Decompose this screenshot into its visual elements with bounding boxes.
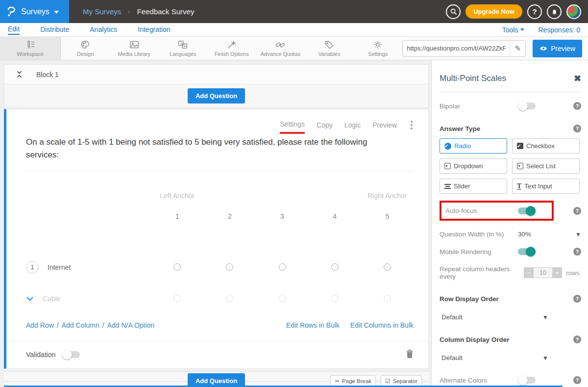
add-question-button-top[interactable]: Add Question (188, 88, 245, 103)
close-panel-button[interactable]: ✖ (574, 73, 581, 84)
search-button[interactable] (446, 4, 461, 19)
tools-menu[interactable]: Tools (502, 26, 525, 34)
responses-count[interactable]: Responses: 0 (538, 26, 580, 34)
question-text[interactable]: On a scale of 1-5 with 1 being not satis… (6, 134, 428, 171)
autofocus-help-icon[interactable]: ? (573, 207, 581, 215)
breadcrumb-my-surveys[interactable]: My Surveys (83, 7, 121, 16)
answer-type-dropdown[interactable]: ▼ Dropdown (440, 158, 507, 174)
survey-url-input[interactable] (403, 41, 510, 56)
scale-column-1[interactable]: 1 (175, 212, 179, 220)
question-more-menu[interactable] (409, 121, 415, 133)
radio-button[interactable] (331, 263, 339, 271)
add-na-option-link[interactable]: Add N/A Option (107, 321, 155, 329)
column-display-order-select[interactable]: Default ▼ (441, 354, 548, 361)
add-question-button-bottom[interactable]: Add Question (188, 373, 245, 387)
bipolar-toggle[interactable] (518, 103, 536, 109)
edit-url-button[interactable]: ✎ (510, 41, 525, 56)
collapse-block-button[interactable] (16, 71, 23, 78)
radio-button[interactable] (279, 295, 286, 302)
chevron-down-icon (520, 28, 524, 31)
radio-button[interactable] (226, 295, 233, 302)
delete-question-button[interactable] (406, 349, 414, 361)
answer-type-checkbox[interactable]: ✔ Checkbox (512, 138, 580, 154)
chevron-down-icon: ▼ (542, 355, 548, 361)
bipolar-help-icon[interactable]: ? (573, 102, 581, 110)
column-display-help-icon[interactable]: ? (573, 335, 581, 343)
question-tab-settings[interactable]: Settings (280, 120, 305, 134)
tab-edit[interactable]: Edit (8, 25, 20, 35)
scale-column-5[interactable]: 5 (386, 212, 390, 220)
alternate-colors-toggle[interactable] (518, 377, 536, 384)
block-title[interactable]: Block 1 (36, 71, 59, 78)
toolbar-item-settings[interactable]: Settings (354, 37, 403, 60)
autofocus-toggle[interactable] (518, 207, 536, 214)
row-chevron-down-icon[interactable] (26, 296, 34, 301)
add-row-link[interactable]: Add Row (26, 321, 54, 329)
radio-button[interactable] (173, 263, 181, 271)
radio-button[interactable] (384, 263, 391, 271)
left-anchor-label[interactable]: Left Anchor (160, 192, 195, 200)
toolbar-item-finish-options[interactable]: Finish Options (207, 37, 256, 60)
notifications-button[interactable] (547, 4, 562, 19)
radio-button[interactable] (331, 295, 339, 302)
question-card: Settings Copy Logic Preview On a scale o… (4, 109, 429, 369)
decrement-button[interactable]: − (524, 267, 534, 278)
row-label-internet[interactable]: Internet (48, 263, 71, 271)
increment-button[interactable]: + (552, 267, 562, 278)
radio-button[interactable] (279, 263, 286, 271)
question-width-caret-icon[interactable]: ▼ (575, 231, 581, 238)
edit-columns-bulk-link[interactable]: Edit Columns in Bulk (350, 321, 414, 329)
tab-integration[interactable]: Integration (138, 26, 170, 34)
mobile-rendering-help-icon[interactable]: ? (573, 248, 581, 256)
question-width-value[interactable]: 30% (518, 231, 531, 238)
question-tab-preview[interactable]: Preview (372, 121, 397, 133)
questionpro-logo-icon (6, 6, 17, 18)
repeat-headers-value[interactable]: 10 (534, 267, 552, 278)
search-icon (450, 8, 457, 15)
scale-column-2[interactable]: 2 (228, 212, 232, 220)
scale-column-3[interactable]: 3 (280, 212, 284, 220)
workspace-icon (25, 40, 36, 50)
row-label-cable[interactable]: Cable (43, 295, 61, 303)
toolbar-item-workspace[interactable]: Workspace (0, 37, 61, 60)
scale-column-4[interactable]: 4 (333, 212, 337, 220)
answer-type-radio[interactable]: ✔ Radio (440, 138, 507, 154)
answer-type-help-icon[interactable]: ? (573, 125, 581, 132)
tab-analytics[interactable]: Analytics (90, 26, 117, 34)
right-anchor-label[interactable]: Right Anchor (368, 192, 407, 200)
svg-text:文: 文 (180, 42, 183, 45)
help-button[interactable]: ? (527, 4, 542, 19)
validation-toggle[interactable] (62, 351, 80, 358)
preview-button[interactable]: Preview (533, 40, 582, 57)
languages-icon: 文A (177, 40, 188, 50)
toolbar-item-languages[interactable]: 文A Languages (159, 37, 208, 60)
alternate-colors-help-icon[interactable]: ? (573, 376, 581, 384)
tab-distribute[interactable]: Distribute (40, 26, 69, 34)
answer-type-text-input[interactable]: T Text Input (512, 179, 580, 194)
radio-button[interactable] (384, 295, 391, 302)
survey-canvas: Block 1 Add Question Settings Copy Logic… (0, 60, 588, 387)
user-avatar[interactable] (566, 4, 581, 19)
autofocus-label: Auto-focus (445, 207, 518, 214)
radio-button[interactable] (173, 295, 181, 302)
row-display-help-icon[interactable]: ? (573, 295, 581, 303)
toolbar-item-advance-quotas[interactable]: Advance Quotas (256, 37, 305, 60)
question-mark-icon: ? (532, 7, 537, 16)
edit-rows-bulk-link[interactable]: Edit Rows in Bulk (286, 321, 340, 329)
mobile-rendering-toggle[interactable] (518, 248, 536, 255)
toolbar-item-media-library[interactable]: Media Library (110, 37, 159, 60)
column-display-order-label: Column Display Order (440, 336, 518, 343)
svg-text:A: A (184, 44, 186, 49)
toolbar-item-variables[interactable]: Variables (305, 37, 354, 60)
upgrade-now-button[interactable]: Upgrade Now (466, 4, 522, 19)
breadcrumb-separator-icon: › (128, 8, 130, 15)
answer-type-slider[interactable]: Slider (440, 179, 507, 194)
toolbar-item-design[interactable]: Design (61, 37, 110, 60)
question-tab-copy[interactable]: Copy (317, 121, 333, 133)
answer-type-select-list[interactable]: ▼ Select List (512, 158, 580, 174)
app-logo-menu[interactable]: Surveys (0, 0, 69, 23)
radio-button[interactable] (226, 263, 233, 271)
question-tab-logic[interactable]: Logic (344, 121, 361, 133)
row-display-order-select[interactable]: Default ▼ (441, 313, 548, 321)
add-column-link[interactable]: Add Column (62, 321, 99, 329)
